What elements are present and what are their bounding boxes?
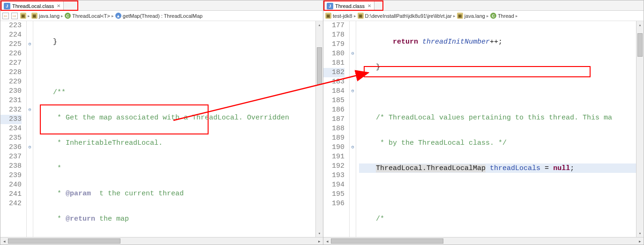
folding-gutter: ⊖ ⊖ ⊖ [27,21,33,237]
horizontal-scrollbar[interactable]: ◂ ▸ [323,237,644,245]
class-icon: C [65,13,71,19]
scrollbar-thumb[interactable] [637,33,643,57]
chevron-right-icon: ▸ [61,14,63,18]
fold-toggle-icon[interactable]: ⊖ [350,143,356,152]
vertical-scrollbar[interactable]: ▴ ▾ [315,21,323,237]
tab-thread[interactable]: J Thread.class ✕ [324,1,374,10]
scroll-up-icon[interactable]: ▴ [637,21,644,29]
chevron-right-icon: ▸ [354,14,356,18]
breadcrumb-project[interactable]: test-jdk8 [333,13,352,19]
scroll-right-icon[interactable]: ▸ [636,239,644,244]
chevron-right-icon: ▸ [453,14,456,18]
scroll-right-icon[interactable]: ▸ [315,239,323,244]
code-editor-right[interactable]: 177 178 179 180 181 182 183 184 185 186 … [323,21,644,237]
jar-icon: ▣ [358,13,364,19]
fold-toggle-icon[interactable]: ⊖ [27,143,33,152]
method-icon: ▲ [115,13,121,19]
tab-label: Thread.class [335,3,365,9]
fold-toggle-icon[interactable]: ⊖ [350,49,356,59]
line-number-gutter: 177 178 179 180 181 182 183 184 185 186 … [323,21,350,237]
class-file-icon: J [4,3,10,9]
scrollbar-thumb[interactable] [331,238,443,244]
class-file-icon: J [327,3,333,9]
scrollbar-thumb[interactable] [8,238,120,244]
breadcrumb-method[interactable]: getMap(Thread) : ThreadLocalMap [123,13,202,19]
tab-threadlocal[interactable]: J ThreadLocal.class ✕ [1,1,64,10]
horizontal-scrollbar[interactable]: ◂ ▸ [0,237,323,245]
scroll-up-icon[interactable]: ▴ [316,21,323,29]
scroll-left-icon[interactable]: ◂ [323,239,331,244]
code-area[interactable]: } /** * Get the map associated with a Th… [33,21,315,237]
breadcrumb: ⇦ ⇨ ▣ ▸ ▣ java.lang ▸ C ThreadLocal<T> ▸… [0,11,323,21]
jar-icon: ▣ [20,13,26,19]
tab-bar: J ThreadLocal.class ✕ [0,0,323,11]
fold-toggle-icon[interactable]: ⊖ [350,87,356,96]
class-icon: C [490,13,496,19]
scrollbar-thumb[interactable] [317,47,322,85]
code-editor-left[interactable]: 223 224 225 226 227 228 229 230 231 232 … [0,21,323,237]
package-icon: ▣ [457,13,463,19]
code-area[interactable]: return threadInitNumber++; } /* ThreadLo… [356,21,636,237]
chevron-right-icon: ▸ [112,14,114,18]
project-icon: ▣ [325,13,331,19]
chevron-right-icon: ▸ [28,14,30,18]
chevron-right-icon: ▸ [516,14,518,18]
tab-label: ThreadLocal.class [12,3,54,9]
breadcrumb-class[interactable]: Thread [498,13,514,19]
close-icon[interactable]: ✕ [367,3,371,8]
nav-fwd-icon[interactable]: ⇨ [11,13,18,19]
breadcrumb: ▣ test-jdk8 ▸ ▣ D:\deveInstallPath\jdk8u… [323,11,644,21]
folding-gutter: ⊖ ⊖ ⊖ [350,21,356,237]
package-icon: ▣ [31,13,37,19]
breadcrumb-class[interactable]: ThreadLocal<T> [72,13,110,19]
close-icon[interactable]: ✕ [57,3,60,8]
scroll-down-icon[interactable]: ▾ [316,230,323,237]
nav-back-icon[interactable]: ⇦ [2,13,9,19]
editor-pane-left: J ThreadLocal.class ✕ ⇦ ⇨ ▣ ▸ ▣ java.lan… [0,0,323,245]
fold-toggle-icon[interactable]: ⊖ [27,105,33,115]
tab-bar: J Thread.class ✕ [323,0,644,11]
chevron-right-icon: ▸ [487,14,489,18]
scroll-left-icon[interactable]: ◂ [0,239,8,244]
editor-pane-right: J Thread.class ✕ ▣ test-jdk8 ▸ ▣ D:\deve… [323,0,644,245]
vertical-scrollbar[interactable]: ▴ ▾ [636,21,644,237]
breadcrumb-path[interactable]: D:\deveInstallPath\jdk8u91\jre\lib\rt.ja… [365,13,452,19]
line-number-gutter: 223 224 225 226 227 228 229 230 231 232 … [0,21,27,237]
fold-toggle-icon[interactable]: ⊖ [27,40,33,49]
scroll-down-icon[interactable]: ▾ [637,230,644,237]
breadcrumb-package[interactable]: java.lang [39,13,60,19]
breadcrumb-package[interactable]: java.lang [464,13,485,19]
